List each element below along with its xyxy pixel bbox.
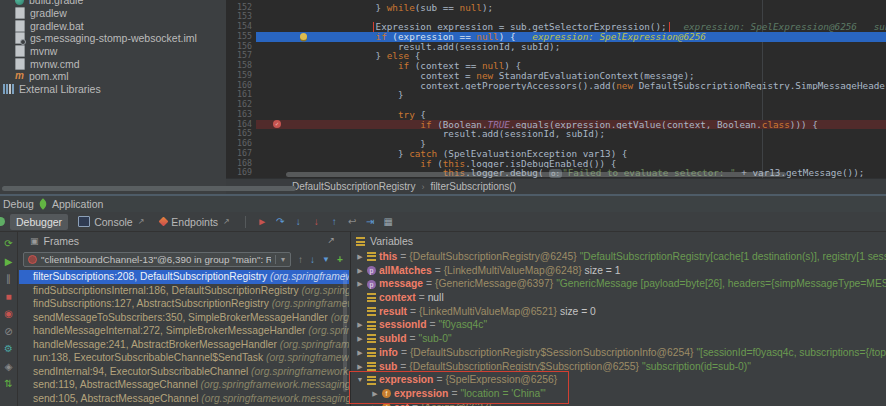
next-frame-icon[interactable]: ↓ (310, 254, 315, 265)
thread-selector[interactable]: "clientInboundChannel-13"@6,390 in group… (23, 252, 291, 267)
variable-row-sessionId[interactable]: ▶sessionId="f0yasq4c" (351, 318, 886, 332)
variable-ref: {LinkedMultiValueMap@6521} (419, 305, 557, 319)
step-over-icon[interactable]: ↷ (273, 216, 288, 227)
settings-icon[interactable]: ⚙ (4, 343, 13, 354)
stop-icon[interactable]: ■ (5, 291, 11, 302)
frame-package: (org.springframework.messaging.simp.brok… (301, 285, 349, 296)
param-icon: p (367, 266, 376, 275)
pause-icon[interactable]: ∥ (6, 273, 11, 284)
editor-line-162[interactable]: 162 (226, 100, 886, 110)
frame-row[interactable]: filterSubscriptions:208, DefaultSubscrip… (19, 270, 349, 284)
previous-frame-icon[interactable]: ↑ (298, 254, 303, 265)
frame-row[interactable]: sendInternal:94, ExecutorSubscribableCha… (19, 365, 349, 379)
tree-item-external-libraries[interactable]: External Libraries (0, 83, 226, 96)
variable-row-info[interactable]: ▶info={DefaultSubscriptionRegistry$Sessi… (351, 346, 886, 360)
variable-row-this[interactable]: ▶this={DefaultSubscriptionRegistry@6245}… (351, 250, 886, 264)
editor-line-167[interactable]: 167 } catch (SpelEvaluationException var… (226, 149, 886, 159)
tab-endpoints[interactable]: Endpoints↗ (154, 214, 235, 230)
thread-dropdown-arrow-icon[interactable]: ▾ (275, 255, 290, 264)
frame-row[interactable]: send:105, AbstractMessageChannel (org.sp… (19, 392, 349, 406)
variable-row-sub[interactable]: ▶sub={DefaultSubscriptionRegistry$Subscr… (351, 360, 886, 374)
tree-item-mvnw-cmd[interactable]: mvnw.cmd (0, 57, 226, 70)
chevron-collapsed-icon[interactable]: ▶ (356, 264, 364, 278)
variable-plain: size = 0 (560, 305, 596, 319)
editor-line-160[interactable]: 160 context.getPropertyAccessors().add(n… (226, 81, 886, 91)
chevron-expanded-icon[interactable]: ▼ (356, 373, 364, 387)
chevron-collapsed-icon[interactable]: ▶ (356, 277, 364, 291)
editor-line-161[interactable]: 161 } (226, 90, 886, 100)
param-icon: p (367, 280, 376, 289)
chevron-collapsed-icon[interactable]: ▶ (371, 387, 379, 401)
editor-line-166[interactable]: 166 } (226, 139, 886, 149)
editor-line-168[interactable]: 168 if (this.logger.isDebugEnabled()) { (226, 159, 886, 169)
mute-breakpoints-icon[interactable]: ⊘ (4, 326, 12, 337)
tree-item-gradlew-bat[interactable]: gradlew.bat (0, 19, 226, 32)
frame-row[interactable]: send:119, AbstractMessageChannel (org.sp… (19, 378, 349, 392)
chevron-collapsed-icon[interactable]: ▶ (356, 318, 364, 332)
tab-debugger[interactable]: Debugger (10, 214, 68, 230)
resume-icon[interactable]: ▶ (5, 256, 13, 267)
variable-row-context[interactable]: context=null (351, 291, 886, 305)
tab-console[interactable]: Console↗ (72, 214, 150, 230)
add-to-watches-icon[interactable]: + (337, 254, 343, 265)
breakpoint-icon[interactable]: ✓ (273, 120, 281, 128)
step-out-icon[interactable]: ↑ (327, 216, 342, 227)
variable-row-expression[interactable]: ▶fexpression="location = 'China'" (351, 387, 886, 401)
open-in-new-window-icon[interactable]: ↗ (327, 235, 335, 245)
chevron-collapsed-icon[interactable]: ▶ (371, 401, 379, 406)
tree-item-build-gradle[interactable]: build.gradle (0, 0, 226, 7)
tree-item-pom-xml[interactable]: mpom.xml (0, 70, 226, 83)
frame-row[interactable]: findSubscriptionsInternal:186, DefaultSu… (19, 284, 349, 298)
value-icon (367, 348, 376, 357)
variable-row-allMatches[interactable]: ▶pallMatches={LinkedMultiValueMap@6248}s… (351, 264, 886, 278)
hide-library-frames-icon[interactable]: ▼ (322, 255, 330, 264)
project-horizontal-scrollbar[interactable] (2, 186, 296, 191)
variable-row-expression[interactable]: ▼expression={SpelExpression@6256} (351, 373, 886, 387)
breadcrumb-class[interactable]: DefaultSubscriptionRegistry (292, 181, 415, 192)
variable-row-result[interactable]: result={LinkedMultiValueMap@6521}size = … (351, 305, 886, 319)
run-to-cursor-icon[interactable]: ⇥ (363, 216, 378, 227)
chevron-collapsed-icon[interactable]: ▶ (356, 360, 364, 374)
variable-row-ast[interactable]: ▶fast={Assign@6627} (351, 401, 886, 406)
editor-line-165[interactable]: 165 result.add(sessionId, subId); (226, 129, 886, 139)
editor-line-159[interactable]: 159 context = new StandardEvaluationCont… (226, 71, 886, 81)
variable-row-message[interactable]: ▶pmessage={GenericMessage@6397}"GenericM… (351, 277, 886, 291)
frames-scrollbar[interactable] (343, 272, 347, 392)
editor-line-157[interactable]: 157 } else { (226, 51, 886, 61)
run-config-name[interactable]: Application (52, 198, 103, 210)
thread-view-icon[interactable]: ⇅ (4, 378, 12, 389)
chevron-collapsed-icon[interactable]: ▶ (356, 332, 364, 346)
frame-row[interactable]: sendMessageToSubscribers:350, SimpleBrok… (19, 311, 349, 325)
rerun-icon[interactable]: ⟳ (4, 238, 12, 249)
editor-line-164[interactable]: 164✓ if (Boolean.TRUE.equals(expression.… (226, 120, 886, 130)
evaluate-expression-icon[interactable]: ▦ (381, 216, 396, 227)
breadcrumb-method[interactable]: filterSubscriptions() (430, 181, 516, 192)
editor-horizontal-scrollbar[interactable] (286, 172, 786, 177)
step-into-icon[interactable]: ↓ (291, 216, 306, 227)
tree-item-gs-messaging-stomp-websocket-iml[interactable]: gs-messaging-stomp-websocket.iml (0, 32, 226, 45)
frame-row[interactable]: run:138, ExecutorSubscribableChannel$Sen… (19, 351, 349, 365)
code-editor[interactable]: 152 } while(sub == null);153154 Expressi… (226, 0, 886, 194)
variables-panel: Variables ▶this={DefaultSubscriptionRegi… (350, 232, 886, 406)
chevron-collapsed-icon[interactable]: ▶ (356, 250, 364, 264)
chevron-collapsed-icon[interactable]: ▶ (356, 346, 364, 360)
editor-line-153[interactable]: 153 (226, 12, 886, 22)
editor-line-152[interactable]: 152 } while(sub == null); (226, 3, 886, 13)
tree-item-mvnw[interactable]: mvnw (0, 45, 226, 58)
editor-line-155[interactable]: 155 if (expression == null) { expression… (226, 32, 886, 42)
variable-row-subId[interactable]: ▶subId="sub-0" (351, 332, 886, 346)
force-step-into-icon[interactable]: ↓ (309, 216, 324, 227)
tree-item-gradlew[interactable]: gradlew (0, 7, 226, 20)
editor-line-163[interactable]: 163 try { (226, 110, 886, 120)
editor-line-154[interactable]: 154 Expression expression = sub.getSelec… (226, 22, 886, 32)
show-execution-point-icon[interactable]: ► (255, 216, 270, 227)
frame-row[interactable]: handleMessage:241, AbstractBrokerMessage… (19, 338, 349, 352)
pin-icon[interactable]: ◈ (5, 361, 13, 372)
intention-bulb-icon[interactable] (300, 33, 307, 40)
drop-frame-icon[interactable]: ↩ (345, 216, 360, 227)
editor-line-156[interactable]: 156 result.add(sessionId, subId); (226, 42, 886, 52)
editor-line-158[interactable]: 158 if (context == null) { (226, 61, 886, 71)
frame-row[interactable]: handleMessageInternal:272, SimpleBrokerM… (19, 324, 349, 338)
frame-row[interactable]: findSubscriptions:127, AbstractSubscript… (19, 297, 349, 311)
view-breakpoints-icon[interactable]: ◉ (4, 308, 13, 319)
